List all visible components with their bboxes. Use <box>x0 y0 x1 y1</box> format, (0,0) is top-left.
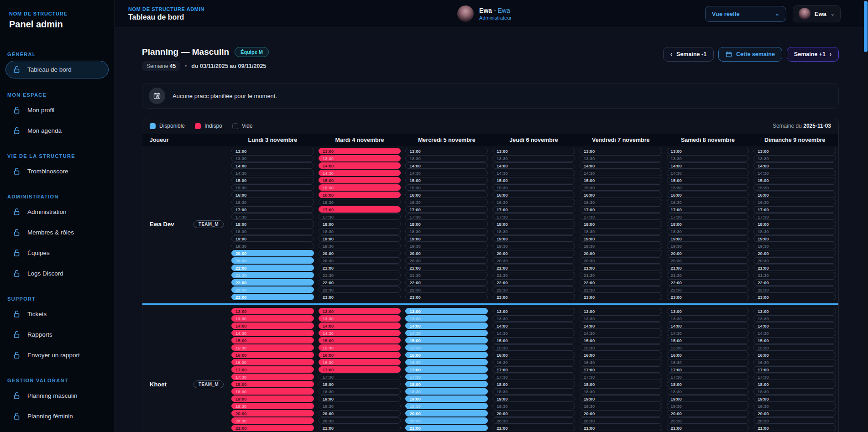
slot-indispo[interactable]: 19:30 <box>231 403 314 409</box>
slot-vide[interactable]: 17:30 <box>319 213 401 220</box>
slot-vide[interactable]: 21:00 <box>667 425 749 431</box>
slot-vide[interactable]: 19:30 <box>319 243 401 249</box>
slot-dispo[interactable]: 20:00 <box>231 250 314 256</box>
slot-vide[interactable]: 14:00 <box>580 323 662 329</box>
slot-indispo[interactable]: 15:00 <box>319 337 401 344</box>
slot-vide[interactable]: 18:00 <box>667 221 749 227</box>
slot-vide[interactable]: 14:30 <box>492 170 575 176</box>
slot-vide[interactable]: 16:30 <box>319 199 401 205</box>
slot-vide[interactable]: 16:30 <box>405 199 488 205</box>
slot-vide[interactable]: 13:00 <box>580 148 662 154</box>
slot-indispo[interactable]: 16:00 <box>231 352 314 358</box>
slot-dispo[interactable]: 16:00 <box>405 352 488 358</box>
slot-vide[interactable]: 18:00 <box>753 221 836 227</box>
slot-vide[interactable]: 15:00 <box>580 177 662 183</box>
slot-indispo[interactable]: 13:30 <box>319 155 401 161</box>
slot-vide[interactable]: 13:00 <box>753 308 836 314</box>
slot-vide[interactable]: 14:30 <box>580 330 662 336</box>
slot-indispo[interactable]: 14:30 <box>319 330 401 336</box>
slot-vide[interactable]: 16:00 <box>667 352 749 358</box>
slot-vide[interactable]: 15:30 <box>580 184 662 191</box>
slot-vide[interactable]: 19:30 <box>492 403 575 409</box>
slot-vide[interactable]: 19:00 <box>753 396 836 402</box>
slot-dispo[interactable]: 21:00 <box>231 265 314 271</box>
slot-indispo[interactable]: 15:00 <box>319 177 401 183</box>
slot-indispo[interactable]: 13:00 <box>319 148 401 154</box>
slot-vide[interactable]: 23:00 <box>492 294 575 300</box>
slot-dispo[interactable]: 21:00 <box>405 425 488 431</box>
slot-vide[interactable]: 14:00 <box>492 323 575 329</box>
slot-vide[interactable]: 13:00 <box>667 148 749 154</box>
slot-vide[interactable]: 19:30 <box>580 243 662 249</box>
slot-vide[interactable]: 19:00 <box>231 235 314 242</box>
slot-dispo[interactable]: 23:00 <box>231 294 314 300</box>
slot-vide[interactable]: 20:30 <box>319 417 401 424</box>
slot-dispo[interactable]: 19:30 <box>405 403 488 409</box>
slot-vide[interactable]: 17:00 <box>753 366 836 373</box>
slot-dispo[interactable]: 20:00 <box>405 410 488 416</box>
slot-vide[interactable]: 20:30 <box>753 417 836 424</box>
slot-vide[interactable]: 18:00 <box>492 221 575 227</box>
slot-vide[interactable]: 13:30 <box>492 315 575 322</box>
slot-vide[interactable]: 19:30 <box>231 243 314 249</box>
slot-indispo[interactable]: 21:00 <box>231 425 314 431</box>
slot-vide[interactable]: 18:30 <box>492 388 575 395</box>
slot-vide[interactable]: 15:00 <box>753 177 836 183</box>
slot-vide[interactable]: 13:00 <box>405 148 488 154</box>
slot-vide[interactable]: 16:00 <box>667 192 749 198</box>
slot-vide[interactable]: 13:00 <box>492 148 575 154</box>
sidebar-item-tableau-de-bord[interactable]: Tableau de bord <box>5 61 109 78</box>
slot-indispo[interactable]: 15:00 <box>231 337 314 344</box>
slot-vide[interactable]: 18:30 <box>753 228 836 234</box>
view-mode-select[interactable]: Vue réelle ⌄ <box>705 6 786 22</box>
slot-dispo[interactable]: 14:00 <box>405 323 488 329</box>
slot-indispo[interactable]: 20:30 <box>231 417 314 424</box>
slot-vide[interactable]: 16:30 <box>580 359 662 365</box>
slot-vide[interactable]: 13:30 <box>405 155 488 161</box>
slot-vide[interactable]: 20:00 <box>580 250 662 256</box>
slot-vide[interactable]: 20:00 <box>667 410 749 416</box>
slot-vide[interactable]: 14:30 <box>753 330 836 336</box>
slot-vide[interactable]: 16:00 <box>753 192 836 198</box>
slot-indispo[interactable]: 14:30 <box>231 330 314 336</box>
slot-vide[interactable]: 17:00 <box>753 206 836 213</box>
slot-vide[interactable]: 20:00 <box>405 250 488 256</box>
slot-vide[interactable]: 19:00 <box>580 235 662 242</box>
slot-indispo[interactable]: 17:00 <box>319 206 401 213</box>
sidebar-item-mon-agenda[interactable]: Mon agenda <box>5 122 109 140</box>
slot-vide[interactable]: 18:00 <box>667 381 749 387</box>
slot-dispo[interactable]: 14:30 <box>405 330 488 336</box>
slot-vide[interactable]: 18:30 <box>405 228 488 234</box>
slot-vide[interactable]: 19:30 <box>667 243 749 249</box>
slot-vide[interactable]: 19:00 <box>319 235 401 242</box>
slot-vide[interactable]: 16:30 <box>753 199 836 205</box>
slot-vide[interactable]: 22:30 <box>492 286 575 293</box>
slot-dispo[interactable]: 13:30 <box>405 315 488 322</box>
slot-vide[interactable]: 14:30 <box>753 170 836 176</box>
slot-vide[interactable]: 17:30 <box>492 213 575 220</box>
slot-vide[interactable]: 13:00 <box>667 308 749 314</box>
next-week-button[interactable]: Semaine +1 › <box>787 47 839 62</box>
slot-indispo[interactable]: 16:00 <box>319 192 401 198</box>
slot-vide[interactable]: 14:30 <box>231 170 314 176</box>
slot-vide[interactable]: 13:30 <box>580 155 662 161</box>
slot-vide[interactable]: 16:00 <box>405 192 488 198</box>
sidebar-item-planning-masculin[interactable]: Planning masculin <box>5 387 109 405</box>
slot-vide[interactable]: 15:30 <box>667 344 749 351</box>
slot-indispo[interactable]: 14:00 <box>319 162 401 169</box>
slot-vide[interactable]: 17:00 <box>580 206 662 213</box>
slot-dispo[interactable]: 20:30 <box>405 417 488 424</box>
slot-indispo[interactable]: 14:00 <box>231 323 314 329</box>
slot-vide[interactable]: 20:30 <box>405 257 488 264</box>
slot-vide[interactable]: 17:30 <box>580 213 662 220</box>
slot-vide[interactable]: 19:00 <box>492 235 575 242</box>
slot-vide[interactable]: 16:00 <box>580 192 662 198</box>
sidebar-item-rapports[interactable]: Rapports <box>5 326 109 344</box>
slot-indispo[interactable]: 17:00 <box>231 366 314 373</box>
slot-vide[interactable]: 16:00 <box>231 192 314 198</box>
slot-vide[interactable]: 22:30 <box>405 286 488 293</box>
slot-vide[interactable]: 17:30 <box>580 374 662 380</box>
slot-indispo[interactable]: 13:00 <box>231 308 314 314</box>
slot-vide[interactable]: 13:30 <box>667 315 749 322</box>
slot-dispo[interactable]: 19:00 <box>405 396 488 402</box>
